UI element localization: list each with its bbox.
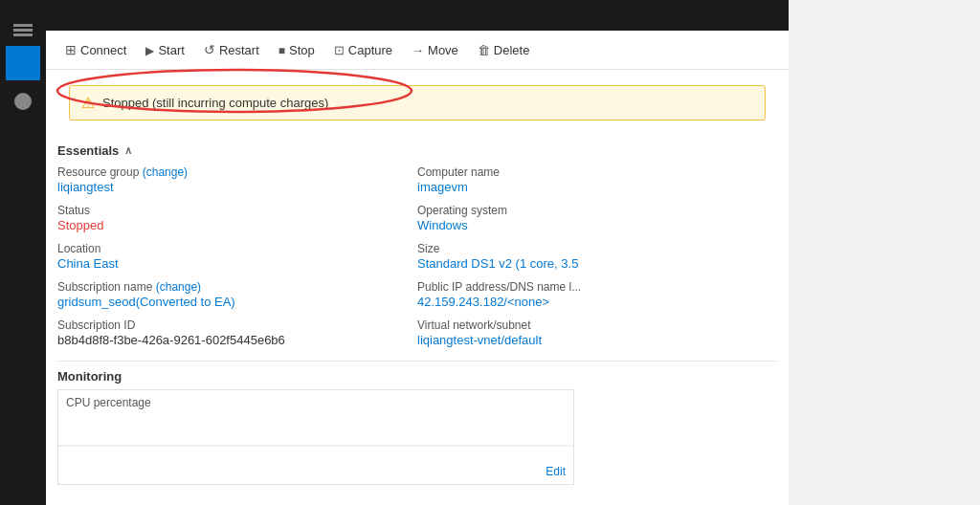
detail-os: Operating system Windows bbox=[417, 204, 777, 232]
public-ip-label: Public IP address/DNS name l... bbox=[417, 280, 777, 294]
resource-group-change-link[interactable]: (change) bbox=[143, 165, 188, 179]
move-label: Move bbox=[428, 43, 458, 57]
resource-group-value[interactable]: liqiangtest bbox=[57, 180, 417, 194]
restart-button[interactable]: Restart bbox=[196, 38, 267, 61]
public-ip-value[interactable]: 42.159.243.182/<none> bbox=[417, 295, 777, 309]
start-label: Start bbox=[158, 43, 184, 57]
start-icon bbox=[145, 43, 154, 57]
resource-group-label: Resource group (change) bbox=[57, 165, 417, 179]
details-left-col: Resource group (change) liqiangtest Stat… bbox=[57, 165, 417, 353]
restart-icon bbox=[204, 42, 215, 57]
details-grid: Resource group (change) liqiangtest Stat… bbox=[46, 162, 789, 361]
warning-banner-wrapper: ⚠ Stopped (still incurring compute charg… bbox=[57, 77, 777, 128]
sidebar bbox=[0, 0, 46, 505]
start-button[interactable]: Start bbox=[138, 39, 191, 61]
detail-computer-name: Computer name imagevm bbox=[417, 165, 777, 194]
delete-icon bbox=[478, 43, 490, 57]
capture-button[interactable]: Capture bbox=[326, 39, 400, 61]
essentials-chevron-icon[interactable]: ∧ bbox=[124, 144, 132, 157]
stop-label: Stop bbox=[289, 43, 315, 57]
connect-label: Connect bbox=[80, 43, 126, 57]
warning-banner: ⚠ Stopped (still incurring compute charg… bbox=[69, 85, 766, 121]
computer-name-value[interactable]: imagevm bbox=[417, 180, 777, 194]
delete-button[interactable]: Delete bbox=[470, 39, 538, 61]
subscription-id-value: b8b4d8f8-f3be-426a-9261-602f5445e6b6 bbox=[57, 333, 417, 347]
status-value: Stopped bbox=[57, 218, 417, 232]
stop-icon bbox=[278, 43, 285, 57]
capture-label: Capture bbox=[348, 43, 392, 57]
details-right-col: Computer name imagevm Operating system W… bbox=[417, 165, 777, 353]
toolbar: Connect Start Restart Stop Capture Move … bbox=[46, 31, 789, 70]
stop-button[interactable]: Stop bbox=[271, 39, 323, 61]
location-label: Location bbox=[57, 242, 417, 255]
restart-label: Restart bbox=[219, 43, 259, 57]
detail-subscription-name: Subscription name (change) gridsum_seod(… bbox=[57, 280, 417, 309]
move-icon bbox=[412, 43, 424, 57]
monitoring-chart: CPU percentage Edit bbox=[57, 389, 574, 485]
detail-subscription-id: Subscription ID b8b4d8f8-f3be-426a-9261-… bbox=[57, 318, 417, 347]
warning-icon: ⚠ bbox=[81, 94, 95, 112]
detail-public-ip: Public IP address/DNS name l... 42.159.2… bbox=[417, 280, 777, 309]
main-content: Connect Start Restart Stop Capture Move … bbox=[46, 0, 789, 505]
vnet-label: Virtual network/subnet bbox=[417, 318, 777, 332]
delete-label: Delete bbox=[494, 43, 530, 57]
detail-status: Status Stopped bbox=[57, 204, 417, 232]
sidebar-item-2[interactable] bbox=[6, 46, 40, 80]
computer-name-label: Computer name bbox=[417, 165, 777, 179]
subscription-change-link[interactable]: (change) bbox=[156, 280, 201, 294]
detail-vnet: Virtual network/subnet liqiangtest-vnet/… bbox=[417, 318, 777, 347]
connect-button[interactable]: Connect bbox=[57, 38, 134, 61]
location-value[interactable]: China East bbox=[57, 256, 417, 271]
essentials-label: Essentials bbox=[57, 143, 119, 158]
subscription-name-label: Subscription name (change) bbox=[57, 280, 417, 294]
os-label: Operating system bbox=[417, 204, 777, 217]
chart-svg bbox=[58, 407, 573, 465]
move-button[interactable]: Move bbox=[404, 39, 466, 61]
right-panel bbox=[789, 0, 980, 505]
subscription-id-label: Subscription ID bbox=[57, 318, 417, 332]
detail-size: Size Standard DS1 v2 (1 core, 3.5 bbox=[417, 242, 777, 271]
warning-text: Stopped (still incurring compute charges… bbox=[102, 96, 328, 110]
essentials-header: Essentials ∧ bbox=[46, 136, 789, 162]
monitoring-section: Monitoring CPU percentage Edit bbox=[57, 369, 777, 485]
top-bar bbox=[46, 0, 789, 31]
divider bbox=[57, 361, 777, 362]
sidebar-item-1[interactable] bbox=[6, 8, 40, 42]
monitoring-edit-link[interactable]: Edit bbox=[546, 465, 566, 478]
size-label: Size bbox=[417, 242, 777, 255]
connect-icon bbox=[65, 42, 77, 57]
size-value[interactable]: Standard DS1 v2 (1 core, 3.5 bbox=[417, 256, 777, 271]
os-value[interactable]: Windows bbox=[417, 218, 777, 232]
sidebar-item-3[interactable] bbox=[6, 84, 40, 119]
monitoring-header: Monitoring bbox=[57, 369, 777, 384]
detail-resource-group: Resource group (change) liqiangtest bbox=[57, 165, 417, 194]
detail-location: Location China East bbox=[57, 242, 417, 271]
subscription-name-value[interactable]: gridsum_seod(Converted to EA) bbox=[57, 295, 417, 309]
capture-icon bbox=[334, 43, 345, 57]
status-label: Status bbox=[57, 204, 417, 217]
vnet-value[interactable]: liqiangtest-vnet/default bbox=[417, 333, 777, 347]
